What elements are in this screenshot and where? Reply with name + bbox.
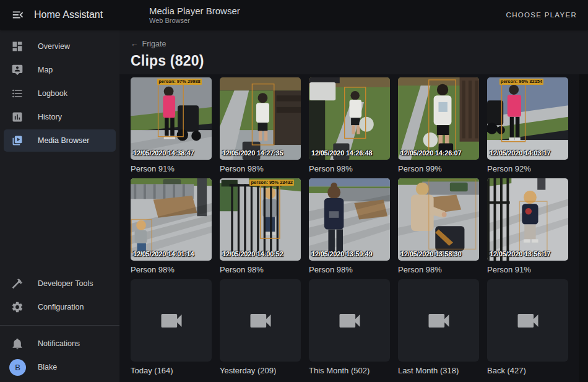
- page-titles: Media Player Browser Web Browser: [149, 6, 240, 25]
- sidebar-item-label: History: [38, 113, 62, 121]
- clip-caption: Person 98%: [309, 265, 390, 274]
- clip-timestamp: 12/05/2020 14:38:47: [133, 149, 194, 157]
- clip-timestamp: 12/05/2020 14:26:48: [311, 149, 372, 157]
- cog-icon: [11, 301, 24, 313]
- folder-item-back-427-[interactable]: Back (427): [487, 279, 568, 375]
- clip-timestamp: 12/05/2020 13:59:49: [311, 250, 372, 258]
- user-name: Blake: [38, 363, 57, 371]
- back-label: Frigate: [142, 40, 166, 48]
- clips-content: person: 97% 2998812/05/2020 14:38:47Pers…: [119, 74, 588, 382]
- bell-icon: [11, 337, 24, 350]
- sidebar-item-map[interactable]: Map: [4, 59, 116, 81]
- media-header: Media Player Browser Web Browser CHOOSE …: [119, 0, 588, 30]
- bell-icon-wrap: [11, 337, 24, 350]
- sidebar-item-label: Map: [38, 66, 53, 74]
- sidebar-spacer: [0, 152, 119, 272]
- back-arrow-icon: ←: [131, 40, 139, 48]
- sidebar-item-logbook[interactable]: Logbook: [4, 82, 116, 105]
- cog-icon-wrap: [11, 300, 24, 314]
- clip-item[interactable]: 12/05/2020 14:26:07Person 99%: [398, 77, 479, 173]
- sidebar-item-notifications[interactable]: Notifications: [4, 332, 116, 355]
- sidebar-toggle-button[interactable]: [11, 7, 25, 22]
- folder-label: Yesterday (209): [220, 366, 301, 375]
- clip-item[interactable]: 12/05/2020 14:01:14Person 98%: [131, 178, 212, 274]
- folder-label: Today (164): [131, 366, 212, 375]
- clip-scene: [487, 77, 568, 160]
- video-icon: [425, 307, 452, 334]
- clip-thumbnail: 12/05/2020 14:27:35: [220, 77, 301, 160]
- clip-scene: [220, 77, 301, 160]
- clip-scene: [487, 178, 568, 261]
- sidebar-item-history[interactable]: History: [4, 106, 116, 128]
- page-subtitle: Web Browser: [149, 17, 240, 25]
- page-title: Media Player Browser: [149, 6, 240, 16]
- sidebar-item-media-browser[interactable]: Media Browser: [4, 129, 116, 152]
- clip-scene: [398, 77, 479, 160]
- clip-item[interactable]: person: 96% 3215412/05/2020 14:03:17Pers…: [487, 77, 568, 173]
- clip-scene: [309, 178, 390, 261]
- clip-scene: [398, 178, 479, 261]
- clip-item[interactable]: person: 95% 2343212/05/2020 14:00:52Pers…: [220, 178, 301, 274]
- main-panel: ← Frigate Clips (820) person: 97% 299881…: [119, 30, 588, 382]
- clip-timestamp: 12/05/2020 14:03:17: [490, 149, 550, 157]
- clip-item[interactable]: 12/05/2020 13:58:30Person 98%: [398, 178, 479, 274]
- clip-scene: [309, 77, 390, 160]
- folder-label: Last Month (318): [398, 366, 479, 375]
- choose-player-button[interactable]: CHOOSE PLAYER: [506, 11, 577, 19]
- sidebar-user-profile[interactable]: BBlake: [4, 356, 116, 378]
- hammer-icon: [11, 277, 24, 290]
- clip-item[interactable]: person: 97% 2998812/05/2020 14:38:47Pers…: [131, 77, 212, 173]
- clip-thumbnail: 12/05/2020 14:01:14: [131, 178, 212, 261]
- hammer-icon-wrap: [11, 277, 24, 290]
- sidebar-item-label: Developer Tools: [38, 279, 93, 288]
- folder-item-last-month-318-[interactable]: Last Month (318): [398, 279, 479, 375]
- tooltip-account-icon-wrap: [11, 63, 24, 77]
- format-list-bulleted-icon-wrap: [11, 87, 24, 100]
- clip-item[interactable]: 12/05/2020 13:56:17Person 91%: [487, 178, 568, 274]
- sidebar-item-developer-tools[interactable]: Developer Tools: [4, 272, 116, 295]
- sidebar-item-overview[interactable]: Overview: [4, 35, 116, 58]
- clip-timestamp: 12/05/2020 13:58:30: [400, 250, 461, 258]
- app-header: Home Assistant Media Player Browser Web …: [0, 0, 588, 30]
- clip-thumbnail: person: 97% 2998812/05/2020 14:38:47: [131, 77, 212, 160]
- folder-item-this-month-502-[interactable]: This Month (502): [309, 279, 390, 375]
- folder-item-today-164-[interactable]: Today (164): [131, 279, 212, 375]
- clips-grid: person: 97% 2998812/05/2020 14:38:47Pers…: [119, 74, 588, 375]
- clip-thumbnail: 12/05/2020 14:26:48: [309, 77, 390, 160]
- sidebar-item-label: Configuration: [38, 303, 84, 311]
- view-dashboard-icon-wrap: [11, 40, 24, 53]
- folder-label: This Month (502): [309, 366, 390, 375]
- sidebar-item-configuration[interactable]: Configuration: [4, 296, 116, 318]
- detection-label: person: 95% 23432: [249, 180, 294, 186]
- app-title: Home Assistant: [34, 9, 103, 20]
- scrollbar[interactable]: [579, 74, 588, 382]
- folder-item-yesterday-209-[interactable]: Yesterday (209): [220, 279, 301, 375]
- clip-timestamp: 12/05/2020 13:56:17: [490, 250, 550, 258]
- clip-scene: [131, 178, 212, 261]
- back-link[interactable]: ← Frigate: [131, 40, 166, 48]
- clip-item[interactable]: 12/05/2020 14:26:48Person 98%: [309, 77, 390, 173]
- clip-timestamp: 12/05/2020 14:26:07: [400, 149, 461, 157]
- clip-thumbnail: 12/05/2020 13:59:49: [309, 178, 390, 261]
- clip-caption: Person 98%: [398, 265, 479, 274]
- sidebar-item-label: Media Browser: [38, 136, 89, 145]
- clip-item[interactable]: 12/05/2020 14:27:35Person 98%: [220, 77, 301, 173]
- chart-box-icon-wrap: [11, 110, 24, 124]
- sidebar: OverviewMapLogbookHistoryMedia BrowserDe…: [0, 30, 119, 382]
- clip-thumbnail: person: 95% 2343212/05/2020 14:00:52: [220, 178, 301, 261]
- detection-label: person: 97% 29988: [157, 79, 202, 85]
- clip-scene: [220, 178, 301, 261]
- sidebar-item-label: Logbook: [38, 89, 67, 98]
- clip-item[interactable]: 12/05/2020 13:59:49Person 98%: [309, 178, 390, 274]
- video-icon: [247, 307, 274, 334]
- folder-thumbnail: [309, 279, 390, 362]
- play-box-multiple-icon-wrap: [11, 134, 24, 147]
- video-icon: [514, 307, 542, 334]
- clip-timestamp: 12/05/2020 14:27:35: [222, 149, 283, 157]
- clip-caption: Person 98%: [309, 164, 390, 173]
- clip-timestamp: 12/05/2020 14:00:52: [222, 250, 283, 258]
- view-dashboard-icon: [11, 40, 24, 53]
- clip-scene: [131, 77, 212, 160]
- sidebar-item-label: Overview: [38, 42, 70, 51]
- avatar: B: [9, 359, 26, 376]
